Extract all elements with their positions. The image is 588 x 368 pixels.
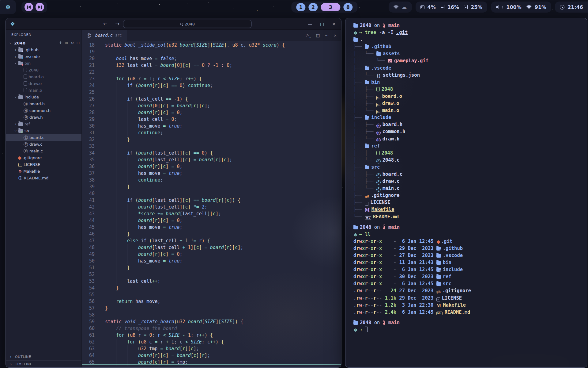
code-line-38: 38continue; xyxy=(82,177,341,183)
terminal-content[interactable]: 2048 on main❄→ tree -a -I .git.├── ◉.git… xyxy=(345,18,587,367)
run-button[interactable]: ▷⌄ xyxy=(306,33,311,38)
minimize-button[interactable]: — xyxy=(308,21,312,26)
explorer-item-main.c[interactable]: Cmain.c xyxy=(6,148,81,154)
code-line-41: 41if (board[last_cell][c] == board[r][c]… xyxy=(82,197,341,204)
explorer-item-draw.o[interactable]: draw.o xyxy=(6,80,81,87)
volume-icon[interactable] xyxy=(496,5,500,9)
explorer-item-README.md[interactable]: ⓘREADME.md xyxy=(6,174,81,181)
editor-accent-line xyxy=(82,364,341,365)
tree-entry-assets: │ └── assets xyxy=(353,50,587,57)
explorer-item-src[interactable]: ›()src xyxy=(6,127,81,134)
folder-icon xyxy=(353,38,358,42)
workspace-3[interactable]: 3 xyxy=(321,3,340,11)
workspace-1[interactable]: 1 xyxy=(296,3,305,11)
book-icon: ≡ xyxy=(365,202,368,206)
ls-entry-README.md: .rw-r--r-- 2.4k 6 Jan 12:45 M↓README.md xyxy=(353,309,587,316)
c-icon: C xyxy=(376,173,381,178)
explorer-item-board.o[interactable]: board.o xyxy=(6,73,81,80)
command-center-search[interactable]: 2048 xyxy=(123,20,252,28)
editor-more-button[interactable]: ⋯ xyxy=(325,33,329,38)
explorer-item-2048[interactable]: ›2048✛⊞↻⊟ xyxy=(6,40,81,46)
wifi-tray-icon[interactable] xyxy=(394,5,399,9)
close-button[interactable]: × xyxy=(332,21,336,26)
snow-icon: ❄ xyxy=(353,327,357,334)
workspace-8[interactable]: 8 xyxy=(343,3,352,11)
m-icon: M xyxy=(365,208,370,213)
explorer-item-Makefile[interactable]: ⚙Makefile xyxy=(6,168,81,174)
doc-icon xyxy=(376,87,380,91)
folder-icon xyxy=(18,95,23,99)
workspace-2[interactable]: 2 xyxy=(308,3,318,11)
split-editor-button[interactable]: ◫ xyxy=(316,33,320,38)
code-line-44: 44board[r][c] = 0; xyxy=(82,217,341,224)
explorer-item-2048[interactable]: 2048 xyxy=(6,67,81,73)
code-line-22: 22 xyxy=(82,69,341,75)
vscode-titlebar[interactable]: ❖ ← → 2048 — □ × xyxy=(6,18,341,30)
terminal-prompt: 2048 on main xyxy=(353,319,587,326)
explorer-item-include[interactable]: ›include xyxy=(6,94,81,100)
explorer-item-main.o[interactable]: main.o xyxy=(6,87,81,94)
nix-snowflake-icon[interactable]: ❄ xyxy=(0,0,16,14)
code-editor[interactable]: 18static bool _slide_col(u32 board[SIZE]… xyxy=(82,41,341,368)
h-icon: H xyxy=(376,124,381,128)
collapse-all-icon[interactable]: ⊟ xyxy=(77,41,80,45)
new-folder-icon[interactable]: ⊞ xyxy=(65,41,68,45)
cpu-usage: 4% xyxy=(428,4,436,10)
explorer-item-bin[interactable]: ›●bin xyxy=(6,60,81,67)
tab-board-c[interactable]: C board.c src xyxy=(82,30,127,41)
skip-previous-button[interactable] xyxy=(24,3,33,11)
forward-button[interactable]: → xyxy=(115,21,119,27)
explorer-item-draw.h[interactable]: Hdraw.h xyxy=(6,114,81,121)
terminal-window[interactable]: 2048 on main❄→ tree -a -I .git.├── ◉.git… xyxy=(345,18,587,368)
tree-entry-.github: ├── ◉.github xyxy=(353,43,587,50)
folder-icon xyxy=(365,166,369,169)
tree-entry-Makefile: ├── MMakefile xyxy=(353,206,587,213)
explorer-item-common.h[interactable]: Hcommon.h xyxy=(6,107,81,114)
gittext-icon: git xyxy=(365,195,369,198)
ls-entry-ref: drwxr-xr-x - 30 Dec 2023 ref xyxy=(353,273,587,280)
vscode-window[interactable]: ❖ ← → 2048 — □ × EXPLORER ⋯ ›2048✛⊞↻⊟›◉.… xyxy=(6,18,341,368)
new-file-icon[interactable]: ✛ xyxy=(59,41,62,45)
folder-icon: ◆ xyxy=(18,55,23,59)
code-line-49: 49board[r][c] = 0; xyxy=(82,251,341,258)
skip-next-button[interactable] xyxy=(36,3,44,11)
tree-entry-.: . xyxy=(353,36,587,43)
explorer-item-board.c[interactable]: Cboard.c xyxy=(6,134,81,141)
explorer-item-.github[interactable]: ›◉.github xyxy=(6,46,81,53)
gitd-icon xyxy=(436,240,440,244)
explorer-item-board.h[interactable]: Hboard.h xyxy=(6,100,81,107)
ls-entry-include: drwxr-xr-x - 6 Jan 12:45 ⚙include xyxy=(353,266,587,273)
folder-icon xyxy=(365,67,369,70)
explorer-item-ref[interactable]: ›ref xyxy=(6,121,81,127)
close-editor-button[interactable]: × xyxy=(334,33,337,38)
ls-entry-.vscode: drwxr-xr-x - 27 Dec 2023 .vscode xyxy=(353,252,587,259)
folder-icon xyxy=(436,261,441,265)
timeline-section[interactable]: ›TIMELINE xyxy=(6,360,81,368)
tree-entry-board.c: │ ├── Cboard.c xyxy=(353,171,587,178)
audio-network: 100% 91% xyxy=(491,2,551,13)
explorer-item-LICENSE[interactable]: ≡LICENSE xyxy=(6,161,81,168)
explorer-more-icon[interactable]: ⋯ xyxy=(73,32,77,37)
img-icon xyxy=(388,59,392,63)
doc-icon xyxy=(24,68,27,72)
back-button[interactable]: ← xyxy=(103,21,107,27)
wifi-icon[interactable] xyxy=(526,5,532,9)
outline-section[interactable]: ›OUTLINE xyxy=(6,353,81,360)
info-icon: ⓘ xyxy=(18,176,22,180)
terminal-input-line[interactable]: ❄→ xyxy=(353,326,587,333)
ls-entry-src: drwxr-xr-x - 6 Jan 12:45 src xyxy=(353,280,587,287)
code-line-37: 37has_move = true; xyxy=(82,170,341,177)
volume-level: 100% xyxy=(506,4,521,10)
explorer-item-.gitignore[interactable]: .gitignore xyxy=(6,154,81,161)
code-line-29: 29last_cell = 0; xyxy=(82,116,341,123)
ls-entry-.gitignore: .rw-r--r-- 24 27 Dec 2023 git.gitignore xyxy=(353,287,587,294)
explorer-item-.vscode[interactable]: ›◆.vscode xyxy=(6,53,81,60)
explorer-sidebar: EXPLORER ⋯ ›2048✛⊞↻⊟›◉.github›◆.vscode›●… xyxy=(6,30,82,368)
cloud-tray-icon[interactable]: ☁ xyxy=(402,4,407,10)
clock-time: 21:46 xyxy=(567,4,583,10)
refresh-icon[interactable]: ↻ xyxy=(71,41,74,45)
maximize-button[interactable]: □ xyxy=(320,21,324,26)
code-line-57: 57} xyxy=(82,305,341,312)
explorer-item-draw.c[interactable]: Cdraw.c xyxy=(6,141,81,148)
book-icon: ≡ xyxy=(18,163,22,167)
